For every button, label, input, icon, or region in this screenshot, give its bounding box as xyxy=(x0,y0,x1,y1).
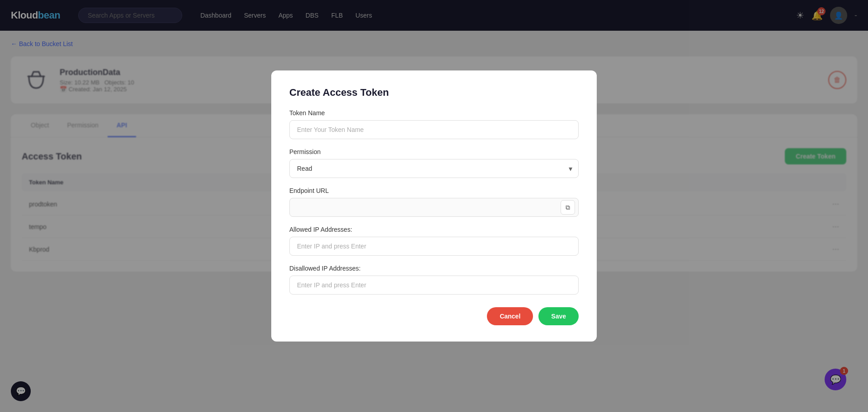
cancel-button[interactable]: Cancel xyxy=(487,307,533,325)
copy-endpoint-button[interactable]: ⧉ xyxy=(561,200,575,215)
endpoint-url-input[interactable] xyxy=(289,198,579,217)
allowed-ip-input[interactable] xyxy=(289,237,579,256)
allowed-ip-group: Allowed IP Addresses: xyxy=(289,226,579,256)
modal-title: Create Access Token xyxy=(289,87,579,98)
modal-footer: Cancel Save xyxy=(289,307,579,325)
token-name-input[interactable] xyxy=(289,120,579,139)
modal-overlay[interactable]: Create Access Token Token Name Permissio… xyxy=(0,0,868,412)
disallowed-ip-group: Disallowed IP Addresses: xyxy=(289,265,579,295)
token-name-label: Token Name xyxy=(289,109,579,117)
endpoint-url-group: Endpoint URL ⧉ xyxy=(289,187,579,217)
allowed-ip-label: Allowed IP Addresses: xyxy=(289,226,579,233)
endpoint-url-label: Endpoint URL xyxy=(289,187,579,194)
copy-icon: ⧉ xyxy=(566,204,570,211)
disallowed-ip-label: Disallowed IP Addresses: xyxy=(289,265,579,272)
permission-select-wrapper: Read Write Read/Write ▾ xyxy=(289,159,579,178)
save-button[interactable]: Save xyxy=(538,307,579,325)
permission-select[interactable]: Read Write Read/Write xyxy=(289,159,579,178)
endpoint-wrapper: ⧉ xyxy=(289,198,579,217)
create-token-modal: Create Access Token Token Name Permissio… xyxy=(271,70,597,342)
disallowed-ip-input[interactable] xyxy=(289,276,579,295)
permission-label: Permission xyxy=(289,148,579,155)
token-name-group: Token Name xyxy=(289,109,579,139)
permission-group: Permission Read Write Read/Write ▾ xyxy=(289,148,579,178)
